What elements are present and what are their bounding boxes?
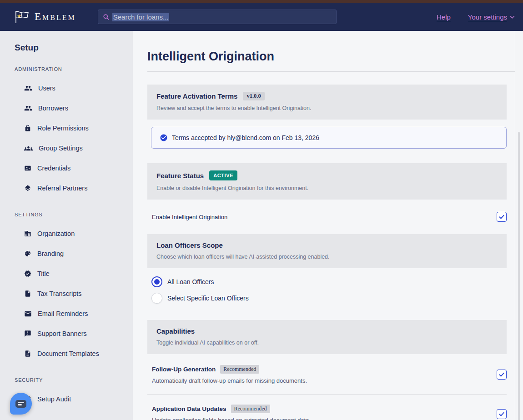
sidebar-item-borrowers[interactable]: Borrowers [0,98,133,118]
sidebar-item-label: Users [38,85,55,92]
sidebar-item-label: Document Templates [37,350,99,357]
sidebar-item-label: Support Banners [37,330,87,337]
terms-accepted-banner: Terms accepted by hly@blend.com on Feb 1… [151,127,507,149]
brand-name: Emblem [35,11,76,23]
sidebar-item-document-templates[interactable]: Document Templates [0,344,133,364]
chat-bubble-icon [15,400,26,408]
radio-label: Select Specific Loan Officers [167,295,249,302]
email-icon [24,310,32,318]
feature-activation-terms-panel: Feature Activation Terms v1.0.0 Review a… [147,85,507,120]
sidebar-item-users[interactable]: Users [0,78,133,98]
capability-description: Automatically draft follow-up emails for… [152,377,307,384]
checkmark-icon [498,411,505,417]
radio-unselected-icon [151,293,162,304]
loan-officers-scope-panel: Loan Officers Scope Choose which loan of… [147,234,507,268]
radio-select-specific-loan-officers[interactable]: Select Specific Loan Officers [151,293,507,304]
your-settings-menu[interactable]: Your settings [468,13,515,21]
capabilities-panel: Capabilities Toggle individual AI capabi… [147,320,507,354]
section-label-security: SECURITY [15,377,133,383]
sidebar-item-label: Group Settings [39,145,83,152]
version-badge: v1.0.0 [243,92,264,100]
sidebar-item-group-settings[interactable]: Group Settings [0,138,133,158]
feature-status-title: Feature Status [156,172,204,180]
sidebar-item-label: Branding [37,250,64,257]
capabilities-title: Capabilities [156,327,195,335]
enable-feature-checkbox[interactable] [497,212,507,222]
radio-selected-icon [151,276,162,287]
section-label-settings: SETTINGS [15,212,133,217]
sidebar-item-support-banners[interactable]: Support Banners [0,324,133,344]
referral-partners-icon [24,185,31,192]
scope-title: Loan Officers Scope [156,241,223,249]
credentials-icon [24,165,31,172]
help-link[interactable]: Help [437,13,451,21]
lock-icon [24,125,31,132]
sidebar-item-tax-transcripts[interactable]: Tax Transcripts [0,284,133,304]
scrollbar-thumb[interactable] [518,132,520,420]
capability-name: Follow-Up Generation [152,366,216,373]
feature-status-panel: Feature Status ACTIVE Enable or disable … [147,163,507,200]
sidebar-title: Setup [15,43,133,53]
verified-icon [24,270,31,277]
capability-description: Update application fields based on extra… [152,417,311,420]
sidebar-item-label: Borrowers [38,105,68,112]
radio-label: All Loan Officers [167,278,214,285]
active-status-badge: ACTIVE [209,170,237,180]
sidebar-item-label: Tax Transcripts [37,290,82,297]
radio-all-loan-officers[interactable]: All Loan Officers [151,276,507,287]
enable-feature-row: Enable Intelligent Origination [147,206,507,228]
terms-panel-description: Review and accept the terms to enable In… [156,105,498,111]
sidebar-item-referral-partners[interactable]: Referral Partners [0,178,133,198]
emblem-logo[interactable]: ★ Emblem [14,10,76,24]
terms-accepted-text: Terms accepted by hly@blend.com on Feb 1… [172,134,319,141]
sidebar-item-title[interactable]: Title [0,264,133,284]
recommended-badge: Recommended [231,405,270,413]
capability-row-application-data-updates: Application Data Updates Recommended Upd… [147,395,507,420]
search-input[interactable]: Search for loans... [98,10,337,24]
sidebar-item-label: Setup Audit [37,395,71,403]
document-icon [24,350,31,357]
checkmark-icon [498,214,505,220]
groups-icon [24,144,33,153]
loan-officers-scope-options: All Loan Officers Select Specific Loan O… [151,276,507,304]
application-data-updates-checkbox[interactable] [497,409,507,419]
sidebar-item-label: Referral Partners [37,185,87,192]
feature-status-description: Enable or disable Intelligent Originatio… [156,185,498,191]
scrollbar-track [515,31,523,420]
recommended-badge: Recommended [220,365,259,374]
title-divider [147,71,515,72]
sidebar-item-organization[interactable]: Organization [0,224,133,244]
main-content: Intelligent Origination Feature Activati… [133,31,523,420]
sidebar-item-credentials[interactable]: Credentials [0,158,133,178]
sidebar-item-label: Organization [37,230,75,237]
sidebar-item-branding[interactable]: Branding [0,244,133,264]
capability-name: Application Data Updates [152,405,226,412]
banner-icon [24,330,31,337]
help-link-label: Help [437,13,451,21]
chevron-down-icon [510,15,515,19]
setup-sidebar: Setup ADMINISTRATION Users Borrowers Rol… [0,31,133,420]
building-icon [24,230,31,237]
sidebar-item-email-reminders[interactable]: Email Reminders [0,304,133,324]
chat-launcher-button[interactable] [10,393,32,415]
follow-up-generation-checkbox[interactable] [497,370,507,380]
palette-icon [24,250,31,257]
sidebar-item-label: Email Reminders [38,310,88,317]
page-title: Intelligent Origination [147,49,507,64]
capabilities-description: Toggle individual AI capabilities on or … [156,340,498,346]
sidebar-item-role-permissions[interactable]: Role Permissions [0,118,133,138]
capability-row-follow-up-generation: Follow-Up Generation Recommended Automat… [147,355,507,395]
flag-icon: ★ [14,10,30,24]
file-icon [24,290,31,297]
sidebar-item-label: Credentials [37,165,70,172]
search-placeholder: Search for loans... [112,13,170,21]
users-icon [24,84,32,92]
enable-feature-label: Enable Intelligent Origination [152,214,227,220]
checkmark-icon [498,371,505,378]
sidebar-item-label: Title [37,270,50,277]
sidebar-item-label: Role Permissions [37,125,89,132]
terms-panel-title: Feature Activation Terms [156,92,237,100]
check-circle-icon [160,134,168,142]
scope-description: Choose which loan officers will have AI-… [156,254,498,260]
top-navbar: ★ Emblem Search for loans... Help Your s… [0,3,523,31]
